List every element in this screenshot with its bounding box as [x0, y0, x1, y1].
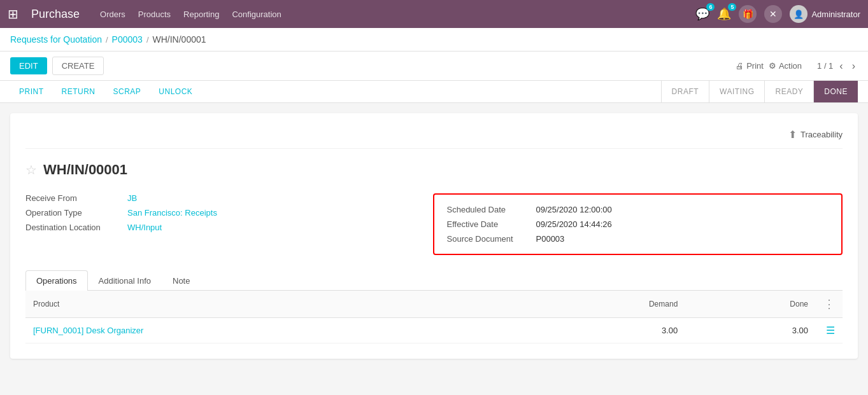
- effective-date-label: Effective Date: [447, 219, 536, 229]
- record-header: ☆ WH/IN/00001: [25, 162, 843, 178]
- source-doc-value: P00003: [536, 234, 565, 244]
- close-icon[interactable]: ✕: [764, 5, 782, 23]
- main-content: ⬆ Traceability ☆ WH/IN/00001 Receive Fro…: [0, 103, 868, 369]
- pagination: 1 / 1 ‹ ›: [817, 59, 858, 73]
- favorite-icon[interactable]: ☆: [25, 162, 37, 177]
- col-demand-header: Demand: [514, 291, 685, 318]
- receive-from-row: Receive From JB: [25, 193, 408, 203]
- breadcrumb: Requests for Quotation / P00003 / WH/IN/…: [0, 28, 868, 52]
- nav-configuration[interactable]: Configuration: [232, 10, 281, 19]
- destination-value[interactable]: WH/Input: [127, 223, 162, 232]
- tab-operations[interactable]: Operations: [25, 270, 88, 291]
- next-button[interactable]: ›: [850, 59, 858, 73]
- operation-type-value[interactable]: San Francisco: Receipts: [127, 208, 217, 218]
- record-title: WH/IN/00001: [43, 162, 127, 178]
- breadcrumb-parent[interactable]: P00003: [112, 34, 143, 45]
- product-link[interactable]: [FURN_0001] Desk Organizer: [33, 326, 143, 335]
- receive-from-value[interactable]: JB: [127, 193, 137, 203]
- return-status-btn[interactable]: RETURN: [53, 81, 104, 102]
- top-navigation: ⊞ Purchase Orders Products Reporting Con…: [0, 0, 868, 28]
- cell-done: 3.00: [685, 318, 816, 343]
- nav-reporting[interactable]: Reporting: [183, 10, 219, 19]
- scheduled-date-label: Scheduled Date: [447, 205, 536, 214]
- detail-icon[interactable]: ☰: [826, 325, 835, 336]
- form-left: Receive From JB Operation Type San Franc…: [25, 193, 408, 255]
- status-ready: READY: [764, 81, 813, 102]
- nav-orders[interactable]: Orders: [100, 10, 125, 19]
- effective-date-value: 09/25/2020 14:44:26: [536, 219, 612, 229]
- scheduled-date-row: Scheduled Date 09/25/2020 12:00:00: [447, 205, 829, 214]
- chat-icon[interactable]: 🔔 5: [717, 7, 731, 21]
- table-row: [FURN_0001] Desk Organizer 3.00 3.00 ☰: [25, 318, 843, 343]
- scheduled-date-value: 09/25/2020 12:00:00: [536, 205, 612, 214]
- breadcrumb-root[interactable]: Requests for Quotation: [10, 34, 102, 45]
- record-card: ⬆ Traceability ☆ WH/IN/00001 Receive Fro…: [10, 113, 858, 359]
- traceability-icon: ⬆: [788, 128, 797, 141]
- gear-icon: ⚙: [769, 61, 776, 71]
- printer-icon: 🖨: [736, 61, 744, 71]
- action-bar: EDIT CREATE 🖨 Print ⚙ Action 1 / 1 ‹ ›: [0, 52, 868, 81]
- breadcrumb-sep1: /: [106, 35, 108, 45]
- col-product-header: Product: [25, 291, 514, 318]
- action-button[interactable]: ⚙ Action: [769, 61, 802, 71]
- nav-links: Orders Products Reporting Configuration: [100, 10, 685, 19]
- receive-from-label: Receive From: [25, 193, 127, 203]
- status-draft: DRAFT: [661, 81, 709, 102]
- unlock-status-btn[interactable]: UNLOCK: [150, 81, 201, 102]
- operations-table: Product Demand Done ⋮ [FURN_0001] Desk O…: [25, 291, 843, 343]
- user-menu[interactable]: 👤 Administrator: [790, 5, 860, 23]
- breadcrumb-sep2: /: [146, 35, 149, 45]
- col-actions-header: ⋮: [816, 291, 843, 318]
- traceability-bar: ⬆ Traceability: [25, 128, 843, 149]
- edit-button[interactable]: EDIT: [10, 57, 47, 74]
- cell-actions: ☰: [816, 318, 843, 343]
- cell-product: [FURN_0001] Desk Organizer: [25, 318, 514, 343]
- source-doc-label: Source Document: [447, 234, 536, 244]
- nav-icons: 💬 6 🔔 5 🎁 ✕ 👤 Administrator: [695, 5, 860, 23]
- form-section: Receive From JB Operation Type San Franc…: [25, 193, 843, 255]
- kebab-icon[interactable]: ⋮: [823, 298, 835, 310]
- prev-button[interactable]: ‹: [837, 59, 845, 73]
- print-button[interactable]: 🖨 Print: [736, 61, 764, 71]
- user-name: Administrator: [811, 10, 860, 19]
- dates-box: Scheduled Date 09/25/2020 12:00:00 Effec…: [433, 193, 843, 255]
- gift-icon[interactable]: 🎁: [739, 5, 757, 23]
- app-title: Purchase: [31, 8, 80, 21]
- nav-products[interactable]: Products: [138, 10, 171, 19]
- destination-label: Destination Location: [25, 223, 127, 232]
- breadcrumb-current: WH/IN/00001: [153, 34, 206, 45]
- print-status-btn[interactable]: PRINT: [10, 81, 53, 102]
- operation-type-label: Operation Type: [25, 208, 127, 218]
- traceability-button[interactable]: ⬆ Traceability: [788, 128, 843, 141]
- status-waiting: WAITING: [709, 81, 764, 102]
- tab-additional-info[interactable]: Additional Info: [88, 270, 162, 291]
- tabs: Operations Additional Info Note: [25, 270, 843, 291]
- scrap-status-btn[interactable]: SCRAP: [104, 81, 150, 102]
- operation-type-row: Operation Type San Francisco: Receipts: [25, 208, 408, 218]
- destination-row: Destination Location WH/Input: [25, 223, 408, 232]
- cell-demand: 3.00: [514, 318, 685, 343]
- tab-note[interactable]: Note: [162, 270, 201, 291]
- messages-icon[interactable]: 💬 6: [695, 7, 709, 21]
- avatar: 👤: [790, 5, 808, 23]
- source-doc-row: Source Document P00003: [447, 234, 829, 244]
- status-done: DONE: [813, 81, 858, 102]
- create-button[interactable]: CREATE: [52, 57, 104, 75]
- effective-date-row: Effective Date 09/25/2020 14:44:26: [447, 219, 829, 229]
- table-header-row: Product Demand Done ⋮: [25, 291, 843, 318]
- grid-icon[interactable]: ⊞: [8, 6, 18, 22]
- status-bar: PRINT RETURN SCRAP UNLOCK DRAFT WAITING …: [0, 81, 868, 103]
- col-done-header: Done: [685, 291, 816, 318]
